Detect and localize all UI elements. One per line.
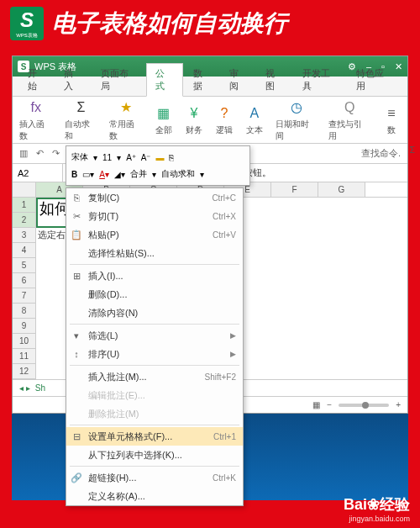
ribbon-财务[interactable]: ¥财务 — [185, 104, 203, 136]
menu-设置单元格格式(F)...[interactable]: ⊟设置单元格格式(F)...Ctrl+1 — [66, 427, 243, 446]
redo-icon[interactable]: ↷ — [52, 148, 60, 159]
tab-视图[interactable]: 视图 — [257, 64, 291, 96]
highlight-icon[interactable]: ◢▾ — [114, 170, 125, 179]
row-header-12[interactable]: 12 — [13, 364, 36, 379]
autosum-button[interactable]: 自动求和 — [161, 168, 195, 180]
row-header-7[interactable]: 7 — [13, 288, 36, 304]
back-icon[interactable]: ▥ — [19, 148, 28, 159]
ribbon-自动求和[interactable]: Σ自动求和 — [65, 98, 98, 142]
find-command[interactable]: 查找命令. — [361, 147, 401, 160]
ribbon-tabs: 开始插入页面布局公式数据审阅视图开发工具特色应用 — [13, 77, 407, 97]
view-icon[interactable]: ▦ — [312, 400, 320, 409]
col-header-F[interactable]: F — [271, 182, 318, 197]
decrease-font[interactable]: A⁻ — [141, 153, 151, 162]
tab-公式[interactable]: 公式 — [146, 63, 182, 97]
row-header-11[interactable]: 11 — [13, 349, 36, 364]
menu-删除批注(M): 删除批注(M) — [66, 404, 243, 423]
menu-选择性粘贴(S)...[interactable]: 选择性粘贴(S)... — [66, 244, 243, 262]
ribbon-常用函数[interactable]: ★常用函数 — [109, 98, 143, 142]
ribbon-数[interactable]: ≡数 — [382, 104, 401, 136]
menu-编辑批注(E)...: 编辑批注(E)... — [66, 386, 243, 404]
wps-logo: S WPS表格 — [10, 7, 44, 40]
mini-toolbar: 宋体▾ 11▾ A⁺ A⁻ ▬ ⎘ B ▭▾ A▾ ◢▾ 合并▾ 自动求和▾ — [66, 145, 250, 186]
row-header-6[interactable]: 6 — [13, 273, 36, 288]
zoom-slider[interactable] — [339, 404, 389, 407]
row-header-4[interactable]: 4 — [13, 243, 36, 258]
undo-icon[interactable]: ↶ — [36, 148, 44, 159]
row-header-3[interactable]: 3 — [13, 228, 36, 243]
banner-title: 电子表格如何自动换行 — [52, 8, 287, 40]
watermark: Bai❀经验 jingyan.baidu.com — [344, 494, 410, 523]
ribbon-查找与引用[interactable]: Q查找与引用 — [328, 98, 370, 142]
col-header-G[interactable]: G — [318, 182, 365, 197]
zoom-out[interactable]: − — [327, 400, 332, 409]
increase-font[interactable]: A⁺ — [126, 153, 136, 162]
menu-排序(U)[interactable]: ↕排序(U)▶ — [66, 345, 243, 363]
merge-button[interactable]: 合并 — [130, 168, 147, 180]
font-size[interactable]: 11 — [102, 153, 112, 162]
tab-插入[interactable]: 插入 — [55, 64, 90, 96]
row-header-8[interactable]: 8 — [13, 304, 36, 319]
tab-开发工具[interactable]: 开发工具 — [294, 64, 347, 96]
format-painter-icon[interactable]: ⎘ — [169, 153, 174, 162]
row-header-9[interactable]: 9 — [13, 319, 36, 334]
ribbon-插入函数[interactable]: fx插入函数 — [19, 98, 53, 142]
tab-审阅[interactable]: 审阅 — [221, 64, 255, 96]
sigma-icon[interactable]: Σ — [410, 145, 415, 155]
ribbon-日期和时间[interactable]: ◷日期和时间 — [276, 98, 318, 142]
menu-筛选(L)[interactable]: ▾筛选(L)▶ — [66, 326, 243, 345]
zoom-in[interactable]: + — [396, 400, 401, 409]
menu-复制(C)[interactable]: ⎘复制(C)Ctrl+C — [66, 188, 243, 207]
menu-超链接(H)...[interactable]: 🔗超链接(H)...Ctrl+K — [66, 468, 243, 487]
menu-插入(I)...[interactable]: ⊞插入(I)... — [66, 267, 243, 285]
menu-从下拉列表中选择(K)...[interactable]: 从下拉列表中选择(K)... — [66, 446, 243, 464]
menu-定义名称(A)...[interactable]: 定义名称(A)... — [66, 487, 243, 505]
row-header-2[interactable]: 2 — [13, 213, 36, 228]
font-select[interactable]: 宋体 — [71, 151, 88, 163]
name-box[interactable]: A2 — [13, 164, 63, 182]
menu-粘贴(P)[interactable]: 📋粘贴(P)Ctrl+V — [66, 225, 243, 244]
menu-插入批注(M)...[interactable]: 插入批注(M)...Shift+F2 — [66, 367, 243, 386]
font-color-icon[interactable]: A▾ — [99, 170, 109, 179]
autosum-popup: Σ — [410, 145, 415, 155]
bold-button[interactable]: B — [71, 170, 77, 179]
menu-剪切(T)[interactable]: ✂剪切(T)Ctrl+X — [66, 207, 243, 225]
row-header-10[interactable]: 10 — [13, 334, 36, 349]
row-header-5[interactable]: 5 — [13, 258, 36, 273]
tab-数据[interactable]: 数据 — [185, 64, 219, 96]
fill-color-icon[interactable]: ▬ — [155, 153, 164, 162]
menu-删除(D)...[interactable]: 删除(D)... — [66, 285, 243, 304]
ribbon-逻辑[interactable]: ?逻辑 — [215, 104, 234, 136]
ribbon: fx插入函数Σ自动求和★常用函数▦全部¥财务?逻辑A文本◷日期和时间Q查找与引用… — [13, 97, 407, 144]
menu-清除内容(N)[interactable]: 清除内容(N) — [66, 304, 243, 322]
border-icon[interactable]: ▭▾ — [82, 170, 94, 179]
tab-特色应用[interactable]: 特色应用 — [348, 64, 401, 96]
context-menu: ⎘复制(C)Ctrl+C✂剪切(T)Ctrl+X📋粘贴(P)Ctrl+V选择性粘… — [66, 187, 244, 506]
ribbon-文本[interactable]: A文本 — [245, 104, 264, 136]
tab-开始[interactable]: 开始 — [19, 64, 54, 96]
row-header-1[interactable]: 1 — [13, 198, 36, 213]
tab-页面布局[interactable]: 页面布局 — [92, 64, 145, 96]
ribbon-全部[interactable]: ▦全部 — [155, 104, 173, 136]
